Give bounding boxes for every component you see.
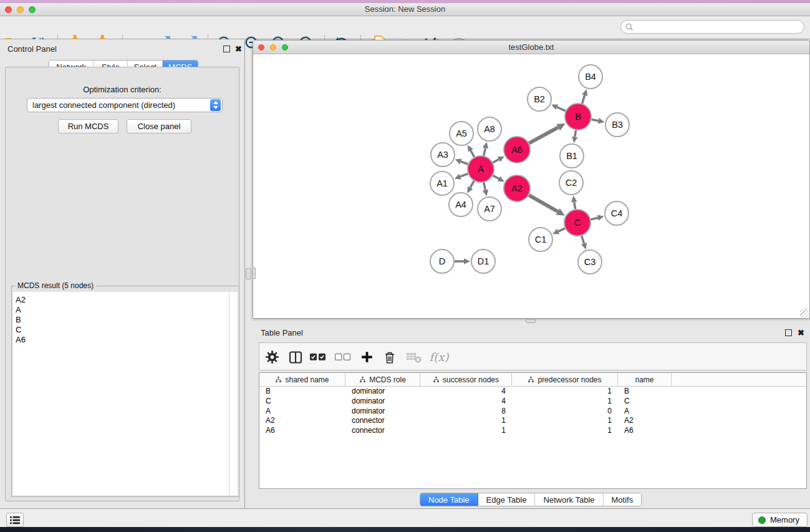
select-all-icon <box>309 352 326 362</box>
close-table-panel-icon[interactable]: ✖ <box>798 329 804 336</box>
mcds-result-item[interactable]: A <box>13 305 229 315</box>
column-header-name[interactable]: name <box>618 373 672 386</box>
table-cell[interactable]: A2 <box>259 416 345 426</box>
graph-edge-A2-C[interactable] <box>529 195 558 211</box>
table-cell[interactable]: connector <box>345 416 420 426</box>
table-row[interactable]: Cdominator41C <box>259 397 806 407</box>
mcds-result-list[interactable]: A2ABCA6 <box>13 292 229 495</box>
graph-edge-B-B1[interactable] <box>575 130 576 137</box>
column-header-shared-name[interactable]: shared name <box>259 373 345 386</box>
table-row[interactable]: A6connector11A6 <box>259 426 806 436</box>
table-cell[interactable]: 1 <box>512 397 618 407</box>
table-cell[interactable]: dominator <box>345 407 420 417</box>
select-all-columns-button[interactable] <box>309 349 326 365</box>
table-cell[interactable]: dominator <box>345 397 420 407</box>
table-cell[interactable]: A2 <box>618 416 672 426</box>
result-list-scrollbar[interactable] <box>229 292 238 495</box>
close-panel-button[interactable]: Close panel <box>127 119 191 133</box>
table-cell[interactable]: 1 <box>512 387 618 397</box>
network-canvas[interactable]: B4B2BB3A5A8A6B1A3AA1C2A2A4A7C4CC1C3DD1 <box>253 55 809 318</box>
graph-edge-B-B4[interactable] <box>582 95 585 104</box>
graph-edge-C-C3[interactable] <box>582 236 584 243</box>
table-cell[interactable]: 0 <box>512 407 618 417</box>
network-close-traffic-light[interactable] <box>258 44 264 51</box>
table-cell[interactable]: A <box>618 407 672 417</box>
graph-edge-A-A7[interactable] <box>484 182 486 190</box>
table-tab-edge-table[interactable]: Edge Table <box>478 493 536 506</box>
table-body: Bdominator41BCdominator41CAdominator80AA… <box>259 387 806 436</box>
graph-edge-C-C1[interactable] <box>558 228 565 231</box>
gear-icon <box>265 350 279 364</box>
table-cell[interactable]: 1 <box>420 416 512 426</box>
table-settings-button[interactable] <box>264 349 281 365</box>
table-cell[interactable]: 4 <box>420 397 512 407</box>
graph-edge-arrowhead <box>483 190 488 196</box>
graph-edge-A-A8[interactable] <box>484 148 486 155</box>
table-row[interactable]: Bdominator41B <box>259 387 806 397</box>
table-cell[interactable]: connector <box>345 426 420 436</box>
mcds-result-item[interactable]: A6 <box>13 335 229 345</box>
graph-edge-A-A5[interactable] <box>471 150 475 157</box>
toolbar-search-field[interactable] <box>620 20 804 34</box>
mcds-result-item[interactable]: B <box>13 315 229 325</box>
table-cell[interactable]: 8 <box>420 407 512 417</box>
task-history-button[interactable] <box>6 513 24 527</box>
mcds-result-item[interactable]: C <box>13 325 229 335</box>
table-cell[interactable]: 1 <box>420 426 512 436</box>
table-panel-title: Table Panel <box>261 328 303 337</box>
graph-edge-A6-B[interactable] <box>529 127 558 143</box>
table-cell[interactable]: 1 <box>512 416 618 426</box>
graph-edge-A-A6[interactable] <box>493 160 498 163</box>
table-cell[interactable]: A6 <box>259 426 345 436</box>
column-header-predecessor-nodes[interactable]: predecessor nodes <box>512 373 618 386</box>
node-table[interactable]: shared nameMCDS rolesuccessor nodesprede… <box>259 372 807 489</box>
create-column-button[interactable] <box>359 349 375 365</box>
network-window-left-grip[interactable] <box>253 268 256 279</box>
table-cell[interactable]: 1 <box>512 426 618 436</box>
float-panel-icon[interactable] <box>223 46 230 52</box>
table-cell[interactable]: 4 <box>420 387 512 397</box>
mcds-result-item[interactable]: A2 <box>13 295 229 305</box>
network-view-window[interactable]: testGlobe.txt B4B2BB3A5A8A6B1A3AA1C2A2A4… <box>253 40 810 319</box>
graph-edge-C-C2[interactable] <box>574 202 576 210</box>
vertical-splitter-handle[interactable] <box>246 268 251 279</box>
zoom-window-traffic-light[interactable] <box>29 6 36 13</box>
table-cell[interactable]: B <box>618 387 672 397</box>
table-tab-node-table[interactable]: Node Table <box>420 493 478 506</box>
table-row[interactable]: A2connector11A2 <box>259 416 806 426</box>
graph-edge-B-B2[interactable] <box>557 107 566 111</box>
memory-button[interactable]: Memory <box>752 513 808 527</box>
column-header-MCDS-role[interactable]: MCDS role <box>345 373 420 386</box>
optimization-criterion-dropdown[interactable]: largest connected component (directed) <box>27 98 223 112</box>
table-tab-network-table[interactable]: Network Table <box>535 493 603 506</box>
delete-column-button[interactable] <box>381 349 398 365</box>
graph-edge-A-A2[interactable] <box>493 175 498 178</box>
deselect-all-columns-button[interactable] <box>334 349 351 365</box>
table-row[interactable]: Adominator80A <box>259 407 806 417</box>
graph-edge-C-C4[interactable] <box>591 218 597 220</box>
close-window-traffic-light[interactable] <box>5 6 12 13</box>
graph-edge-A-A1[interactable] <box>460 174 468 177</box>
network-window-titlebar[interactable]: testGlobe.txt <box>253 41 809 54</box>
network-minimize-traffic-light[interactable] <box>270 44 276 51</box>
table-tab-motifs[interactable]: Motifs <box>604 493 642 506</box>
show-column-panel-button[interactable] <box>287 349 304 365</box>
table-cell[interactable]: C <box>259 397 345 407</box>
network-window-resize-grip[interactable] <box>800 309 809 317</box>
search-input[interactable] <box>634 22 796 31</box>
table-cell[interactable]: C <box>618 397 672 407</box>
close-panel-icon[interactable]: ✖ <box>235 46 242 52</box>
float-table-panel-icon[interactable] <box>785 329 792 336</box>
table-cell[interactable]: A6 <box>618 426 672 436</box>
graph-edge-A-A4[interactable] <box>470 181 474 188</box>
main-titlebar[interactable]: Session: New Session <box>0 3 810 16</box>
table-cell[interactable]: dominator <box>345 387 420 397</box>
network-zoom-traffic-light[interactable] <box>282 44 288 51</box>
table-cell[interactable]: A <box>259 407 345 417</box>
column-header-successor-nodes[interactable]: successor nodes <box>420 373 512 386</box>
graph-edge-A-A3[interactable] <box>461 162 468 164</box>
table-cell[interactable]: B <box>259 387 345 397</box>
graph-edge-B-B3[interactable] <box>592 119 599 120</box>
run-mcds-button[interactable]: Run MCDS <box>58 119 118 133</box>
minimize-window-traffic-light[interactable] <box>17 6 24 13</box>
